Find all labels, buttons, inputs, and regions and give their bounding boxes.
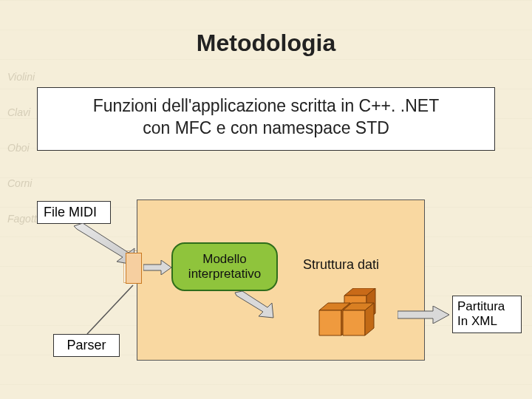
struttura-dati-label: Struttura dati xyxy=(303,257,379,273)
file-midi-box: File MIDI xyxy=(37,201,111,224)
svg-line-1 xyxy=(87,285,133,334)
subtitle-line-2: con MFC e con namespace STD xyxy=(50,117,482,140)
model-line-1: Modello xyxy=(188,252,261,267)
model-box: Modello interpretativo xyxy=(171,242,278,291)
arrow-struct-to-output xyxy=(398,306,451,324)
file-midi-label: File MIDI xyxy=(44,205,97,219)
subtitle-box: Funzioni dell'applicazione scritta in C+… xyxy=(37,87,495,151)
intermediate-rect-icon xyxy=(126,253,142,284)
svg-marker-3 xyxy=(235,291,273,318)
subtitle-line-1: Funzioni dell'applicazione scritta in C+… xyxy=(50,95,482,117)
connector-rect-to-parser xyxy=(84,284,136,337)
svg-marker-11 xyxy=(343,310,365,335)
arrow-rect-to-model xyxy=(143,260,173,275)
parser-label: Parser xyxy=(66,338,106,352)
arrow-model-to-struct xyxy=(233,291,278,321)
output-xml-box: Partitura In XML xyxy=(452,296,522,333)
slide-title: Metodologia xyxy=(0,30,532,57)
parser-box: Parser xyxy=(53,334,120,357)
svg-marker-13 xyxy=(398,306,449,324)
svg-marker-2 xyxy=(143,260,171,275)
svg-marker-8 xyxy=(319,310,341,335)
output-line-1: Partitura xyxy=(457,299,516,314)
output-line-2: In XML xyxy=(457,314,516,329)
model-line-2: interpretativo xyxy=(188,267,261,282)
slide: Metodologia Funzioni dell'applicazione s… xyxy=(0,0,532,399)
data-structure-cubes-icon xyxy=(310,288,392,346)
